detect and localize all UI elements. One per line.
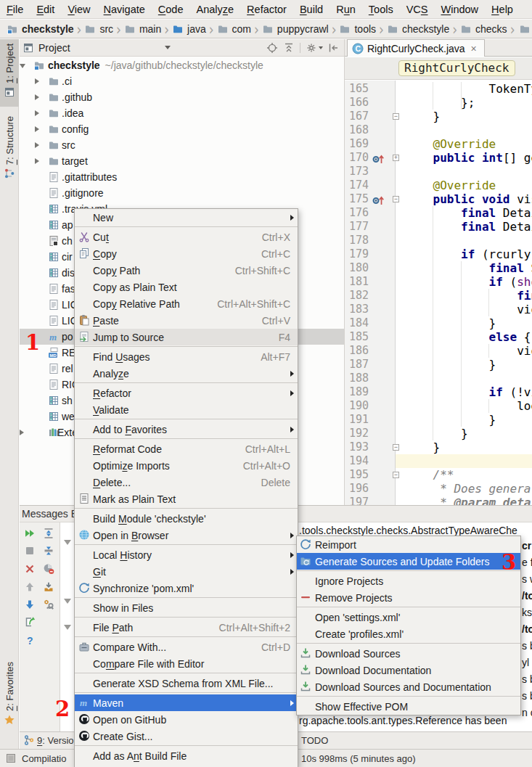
code-line[interactable]: 165 TokenTy: [345, 82, 532, 96]
breadcrumb-com[interactable]: com: [216, 23, 253, 35]
message-tree-expanded-icon[interactable]: [64, 625, 71, 630]
menu-item-delete[interactable]: Delete...Delete: [75, 474, 298, 491]
collapse-icon[interactable]: [43, 545, 54, 557]
code-line[interactable]: 193− }: [345, 440, 532, 454]
arrow-up-icon[interactable]: [24, 581, 36, 593]
menubar-item-help[interactable]: Help: [485, 0, 520, 19]
filter-icon[interactable]: [43, 563, 54, 575]
menu-item-git[interactable]: Git: [75, 563, 298, 580]
code-line[interactable]: 192 }: [345, 427, 532, 440]
tree-row[interactable]: .gitignore: [20, 185, 344, 201]
menubar-item-window[interactable]: Window: [435, 0, 486, 19]
tab-close-icon[interactable]: ×: [471, 44, 477, 54]
code-line[interactable]: 170+ public int[] ge: [345, 151, 532, 165]
menu-item-open-on-github[interactable]: Open on GitHub: [75, 711, 298, 728]
menu-item-download-documentation[interactable]: Download Documentation: [297, 662, 520, 678]
breadcrumb-tools[interactable]: tools: [337, 23, 377, 35]
menu-item-cut[interactable]: CutCtrl+X: [75, 229, 298, 245]
menu-item-maven[interactable]: mMaven: [75, 694, 298, 711]
closex-icon[interactable]: [24, 563, 36, 575]
tree-collapsed-icon[interactable]: [20, 430, 24, 435]
breadcrumb-checkstyle[interactable]: checkstyle: [5, 23, 75, 35]
code-line[interactable]: 187 }: [345, 358, 532, 372]
menu-item-download-sources[interactable]: Download Sources: [297, 645, 520, 662]
settings-gear-icon[interactable]: [306, 42, 317, 54]
menu-item-build-module-checkstyle[interactable]: Build Module 'checkstyle': [75, 510, 298, 527]
menu-item-copy-as-plain-text[interactable]: Copy as Plain Text: [75, 279, 298, 295]
breadcrumb-java[interactable]: java: [171, 23, 208, 35]
menubar-item-view[interactable]: View: [61, 0, 97, 19]
menu-item-mark-as-plain-text[interactable]: Mark as Plain Text: [75, 491, 298, 507]
stripe-button--favorites[interactable]: 2: Favorites: [0, 657, 19, 745]
menu-item-ignore-projects[interactable]: Ignore Projects: [297, 573, 520, 589]
code-line[interactable]: 180 final S: [345, 261, 532, 275]
tree-row[interactable]: .idea: [20, 105, 344, 121]
menu-item-remove-projects[interactable]: Remove Projects: [297, 589, 520, 606]
code-line[interactable]: 179 if (rcurly: [345, 247, 532, 261]
code-line[interactable]: 182 fin: [345, 289, 532, 303]
code-line[interactable]: 176 final Detai: [345, 206, 532, 220]
editor-tab[interactable]: C RightCurlyCheck.java ×: [347, 39, 485, 57]
code-line[interactable]: 188: [345, 372, 532, 385]
menu-item-generate-xsd-schema-from-xml-file[interactable]: Generate XSD Schema from XML File...: [75, 675, 298, 692]
code-line[interactable]: 184 }: [345, 316, 532, 330]
code-line[interactable]: 169 @Override: [345, 137, 532, 151]
menu-item-reformat-code[interactable]: Reformat CodeCtrl+Alt+L: [75, 440, 298, 457]
hide-panel-icon[interactable]: [328, 42, 340, 54]
toolwindow-button-todo[interactable]: TODO: [301, 735, 328, 746]
tree-row[interactable]: checkstyle~/java/github/checkstyle/check…: [20, 57, 344, 73]
menubar-item-tools[interactable]: Tools: [362, 0, 400, 19]
fold-collapse-icon[interactable]: −: [393, 444, 399, 451]
code-line[interactable]: 194: [345, 454, 532, 468]
code-line[interactable]: 175− public void vis: [345, 192, 532, 206]
tree-collapsed-icon[interactable]: [35, 94, 39, 100]
breadcrumb-src[interactable]: src: [83, 23, 115, 35]
menu-item-open-in-browser[interactable]: Open in Browser: [75, 527, 298, 544]
menu-item-add-as-ant-build-file[interactable]: Add as Ant Build File: [75, 747, 298, 764]
menu-item-refactor[interactable]: Refactor: [75, 385, 298, 401]
project-view-dropdown-icon[interactable]: [165, 46, 171, 49]
menu-item-copy-path[interactable]: Copy PathCtrl+Shift+C: [75, 262, 298, 279]
menu-item-synchronize-pom-xml[interactable]: Synchronize 'pom.xml': [75, 580, 298, 596]
code-line[interactable]: 173: [345, 165, 532, 179]
menu-item-create-profiles-xml[interactable]: Create 'profiles.xml': [297, 626, 520, 642]
fold-collapse-icon[interactable]: −: [393, 472, 399, 478]
menu-item-generate-sources-and-update-folders[interactable]: Generate Sources and Update Folders: [297, 553, 520, 570]
menubar-item-vcs[interactable]: VCS: [400, 0, 435, 19]
menu-item-find-usages[interactable]: Find UsagesAlt+F7: [75, 348, 298, 365]
message-tree-expanded-icon[interactable]: [64, 599, 71, 604]
fold-collapse-icon[interactable]: −: [393, 196, 399, 202]
rerun-icon[interactable]: [24, 528, 36, 539]
code-line[interactable]: 196 * Does general: [345, 482, 532, 496]
tree-collapsed-icon[interactable]: [35, 78, 39, 84]
code-line[interactable]: 197 * @param detai: [345, 496, 532, 505]
menu-item-compare-with[interactable]: Compare With...Ctrl+D: [75, 639, 298, 655]
expand-icon[interactable]: [43, 528, 54, 539]
code-line[interactable]: 186 vio: [345, 344, 532, 358]
overrides-method-gutter-icon[interactable]: [372, 153, 385, 163]
tree-collapsed-icon[interactable]: [35, 158, 39, 164]
code-line[interactable]: 177 final Detai: [345, 220, 532, 234]
fold-collapse-icon[interactable]: −: [393, 113, 399, 120]
menu-item-local-history[interactable]: Local History: [75, 546, 298, 563]
settings-icon[interactable]: [43, 599, 54, 610]
help-icon[interactable]: ?: [24, 635, 36, 647]
code-line[interactable]: 191 }: [345, 413, 532, 427]
import-icon[interactable]: [43, 581, 54, 593]
code-line[interactable]: 189 if (!vi: [345, 385, 532, 399]
tree-collapsed-icon[interactable]: [35, 110, 39, 116]
tree-row[interactable]: .github: [20, 89, 344, 105]
code-line[interactable]: 166 };: [345, 96, 532, 110]
menubar-item-edit[interactable]: Edit: [30, 0, 61, 19]
tree-row[interactable]: .ci: [20, 73, 344, 89]
gear-dropdown-icon[interactable]: [319, 46, 323, 49]
menubar-item-analyze[interactable]: Analyze: [190, 0, 241, 19]
menubar-item-file[interactable]: File: [0, 0, 30, 19]
stop-icon[interactable]: [24, 545, 36, 557]
toggle-stripes-icon[interactable]: [5, 752, 17, 764]
menu-item-new[interactable]: New: [75, 209, 298, 226]
tree-collapsed-icon[interactable]: [35, 142, 39, 148]
tree-row[interactable]: .gitattributes: [20, 169, 344, 185]
tree-row[interactable]: config: [20, 121, 344, 137]
stripe-button--project[interactable]: 1: Project: [0, 39, 19, 107]
